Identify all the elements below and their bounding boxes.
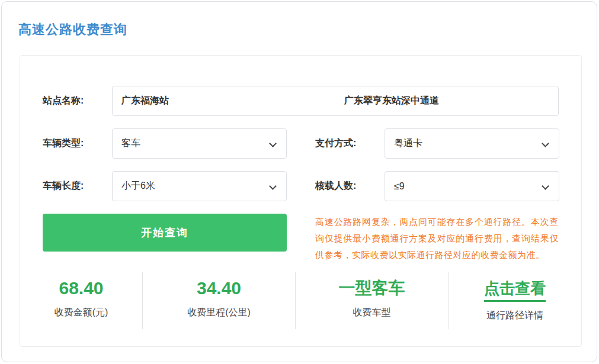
vehicle-type-value: 客车 — [121, 137, 140, 150]
page-title: 高速公路收费查询 — [18, 21, 127, 38]
vehicle-length-value: 小于6米 — [121, 180, 155, 192]
toll-amount-value: 68.40 — [20, 278, 142, 299]
vehicle-class-label: 收费车型 — [296, 307, 448, 319]
passenger-capacity-label: 核载人数: — [315, 180, 385, 192]
length-capacity-row: 车辆长度: 小于6米 核载人数: ≤9 — [43, 171, 559, 201]
route-details-label: 通行路径详情 — [449, 310, 581, 322]
form-area: 站点名称: 广东福海站 广东翠亨东站深中通道 车辆类型: 客车 支付方式: 粤通… — [20, 56, 581, 263]
toll-amount-label: 收费金额(元) — [20, 307, 142, 319]
station-row: 站点名称: 广东福海站 广东翠亨东站深中通道 — [43, 86, 559, 116]
vehicle-length-label: 车辆长度: — [43, 180, 112, 192]
chevron-down-icon — [542, 182, 549, 190]
vehicle-type-label: 车辆类型: — [43, 137, 112, 150]
vehicle-type-select[interactable]: 客车 — [112, 128, 287, 159]
chevron-down-icon — [269, 182, 277, 190]
passenger-capacity-select[interactable]: ≤9 — [385, 171, 559, 201]
start-query-button[interactable]: 开始查询 — [43, 214, 287, 252]
passenger-capacity-value: ≤9 — [394, 181, 405, 192]
vehicle-length-select[interactable]: 小于6米 — [112, 171, 287, 201]
chevron-down-icon — [542, 140, 549, 147]
start-station-input[interactable]: 广东福海站 — [113, 95, 335, 107]
result-toll-amount: 68.40 收费金额(元) — [20, 272, 142, 329]
station-name-label: 站点名称: — [43, 95, 112, 107]
toll-query-panel: 高速公路收费查询 站点名称: 广东福海站 广东翠亨东站深中通道 车辆类型: 客车… — [1, 1, 597, 362]
query-disclaimer-text: 高速公路路网复杂，两点间可能存在多个通行路径。本次查询仅提供最小费额通行方案及对… — [315, 214, 559, 263]
query-form-card: 站点名称: 广东福海站 广东翠亨东站深中通道 车辆类型: 客车 支付方式: 粤通… — [20, 55, 582, 347]
result-toll-distance: 34.40 收费里程(公里) — [142, 272, 295, 329]
view-route-details-link[interactable]: 点击查看 — [484, 278, 546, 302]
payment-method-label: 支付方式: — [315, 137, 385, 150]
action-row: 开始查询 高速公路路网复杂，两点间可能存在多个通行路径。本次查询仅提供最小费额通… — [43, 214, 559, 263]
payment-method-value: 粤通卡 — [394, 137, 422, 150]
toll-distance-value: 34.40 — [143, 278, 295, 299]
payment-method-select[interactable]: 粤通卡 — [385, 128, 559, 159]
station-inputs-box: 广东福海站 广东翠亨东站深中通道 — [112, 86, 559, 116]
results-row: 68.40 收费金额(元) 34.40 收费里程(公里) 一型客车 收费车型 点… — [20, 272, 581, 329]
end-station-input[interactable]: 广东翠亨东站深中通道 — [335, 95, 558, 107]
chevron-down-icon — [269, 140, 277, 147]
vehicle-class-value: 一型客车 — [296, 278, 448, 299]
toll-distance-label: 收费里程(公里) — [143, 307, 295, 319]
vehicle-payment-row: 车辆类型: 客车 支付方式: 粤通卡 — [43, 128, 559, 159]
result-route-details: 点击查看 通行路径详情 — [448, 272, 581, 329]
result-vehicle-class: 一型客车 收费车型 — [295, 272, 448, 329]
